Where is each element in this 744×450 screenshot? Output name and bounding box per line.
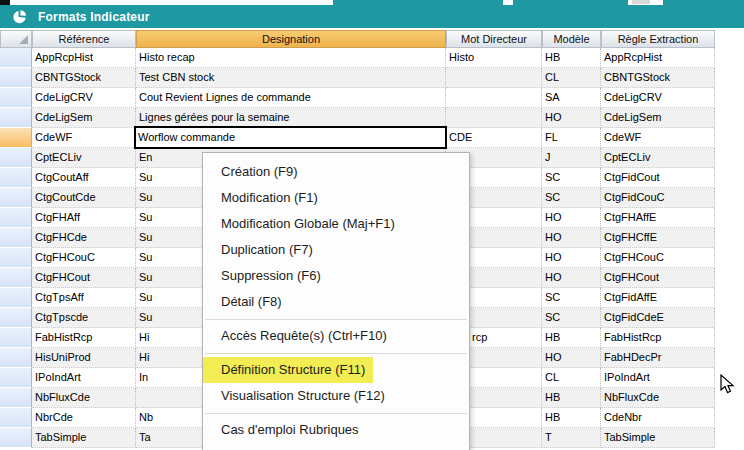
column-header-regle-extraction[interactable]: Règle Extraction (601, 30, 715, 48)
column-header-modele[interactable]: Modèle (542, 30, 601, 48)
row-selector[interactable] (0, 328, 32, 348)
cell-ref[interactable]: CtgTpsAff (32, 288, 136, 308)
row-selector[interactable] (0, 428, 32, 448)
menu-item[interactable]: Modification Globale (Maj+F1) (203, 211, 469, 237)
cell-designation[interactable]: Cout Revient Lignes de commande (136, 88, 446, 108)
menu-item[interactable]: Définition Structure (F11) (203, 357, 469, 383)
row-selector[interactable] (0, 268, 32, 288)
column-header-designation[interactable]: Designation (136, 30, 446, 48)
menu-item[interactable]: Détail (F8) (203, 289, 469, 315)
row-selector[interactable] (0, 108, 32, 128)
cell-mot[interactable]: CDE (446, 128, 542, 148)
cell-ref[interactable]: AppRcpHist (32, 48, 136, 68)
cell-regle[interactable]: CtgFidCdeE (601, 308, 715, 328)
cell-regle[interactable]: CtgFHAffE (601, 208, 715, 228)
cell-modele[interactable]: T (542, 428, 601, 448)
cell-modele[interactable]: SC (542, 168, 601, 188)
cell-ref[interactable]: CdeLigCRV (32, 88, 136, 108)
row-selector[interactable] (0, 88, 32, 108)
cell-regle[interactable]: FabHDecPr (601, 348, 715, 368)
cell-ref[interactable]: FabHistRcp (32, 328, 136, 348)
table-row[interactable]: AppRcpHistHisto recapHistoHBAppRcpHist (0, 48, 715, 68)
active-cell-editor[interactable]: Worflow commande (134, 126, 447, 149)
menu-item[interactable]: Visualisation Structure (F12) (203, 383, 469, 409)
cell-regle[interactable]: IPoIndArt (601, 368, 715, 388)
row-selector[interactable] (0, 348, 32, 368)
cell-modele[interactable]: J (542, 148, 601, 168)
cell-regle[interactable]: CtgFHCouC (601, 248, 715, 268)
menu-item[interactable]: Modification (F1) (203, 185, 469, 211)
cell-modele[interactable]: HB (542, 388, 601, 408)
cell-modele[interactable]: SC (542, 188, 601, 208)
menu-item[interactable]: Accès Requête(s) (Ctrl+F10) (203, 323, 469, 349)
cell-ref[interactable]: CtgFHCouC (32, 248, 136, 268)
row-selector[interactable] (0, 228, 32, 248)
cell-modele[interactable]: CL (542, 68, 601, 88)
cell-designation[interactable]: Histo recap (136, 48, 446, 68)
cell-ref[interactable]: CBNTGStock (32, 68, 136, 88)
row-selector[interactable] (0, 148, 32, 168)
cell-ref[interactable]: IPoIndArt (32, 368, 136, 388)
cell-designation[interactable]: Test CBN stock (136, 68, 446, 88)
cell-ref[interactable]: NbFluxCde (32, 388, 136, 408)
column-header-mot-directeur[interactable]: Mot Directeur (446, 30, 542, 48)
cell-regle[interactable]: TabSimple (601, 428, 715, 448)
cell-regle[interactable]: CdeNbr (601, 408, 715, 428)
select-all-corner[interactable] (0, 30, 32, 48)
cell-regle[interactable]: FabHistRcp (601, 328, 715, 348)
cell-modele[interactable]: SC (542, 308, 601, 328)
table-row[interactable]: CBNTGStockTest CBN stockCLCBNTGStock (0, 68, 715, 88)
cell-regle[interactable]: NbFluxCde (601, 388, 715, 408)
cell-ref[interactable]: CtgFHAff (32, 208, 136, 228)
cell-regle[interactable]: CtgFidCout (601, 168, 715, 188)
cell-modele[interactable]: HB (542, 48, 601, 68)
row-selector[interactable] (0, 248, 32, 268)
menu-item[interactable]: Cas d'emploi Rubriques (203, 417, 469, 443)
cell-modele[interactable]: HO (542, 228, 601, 248)
cell-modele[interactable]: HB (542, 328, 601, 348)
row-selector[interactable] (0, 128, 32, 148)
cell-regle[interactable]: CtgFidAffE (601, 288, 715, 308)
table-row[interactable]: CdeLigSemLignes gérées pour la semaineHO… (0, 108, 715, 128)
cell-regle[interactable]: CdeLigSem (601, 108, 715, 128)
cell-modele[interactable]: HO (542, 108, 601, 128)
row-selector[interactable] (0, 68, 32, 88)
row-selector[interactable] (0, 368, 32, 388)
menu-item[interactable]: Suppression (F6) (203, 263, 469, 289)
cell-regle[interactable]: CtgFidCouC (601, 188, 715, 208)
cell-ref[interactable]: CtgCoutCde (32, 188, 136, 208)
cell-designation[interactable]: Lignes gérées pour la semaine (136, 108, 446, 128)
cell-ref[interactable]: CdeLigSem (32, 108, 136, 128)
cell-mot[interactable] (446, 108, 542, 128)
menu-item[interactable]: Création (F9) (203, 159, 469, 185)
cell-regle[interactable]: CptECLiv (601, 148, 715, 168)
cell-ref[interactable]: CptECLiv (32, 148, 136, 168)
cell-modele[interactable]: HO (542, 348, 601, 368)
cell-modele[interactable]: HO (542, 268, 601, 288)
cell-mot[interactable] (446, 88, 542, 108)
cell-mot[interactable]: Histo (446, 48, 542, 68)
row-selector[interactable] (0, 308, 32, 328)
row-selector[interactable] (0, 168, 32, 188)
column-header-reference[interactable]: Référence (32, 30, 136, 48)
cell-modele[interactable]: HO (542, 248, 601, 268)
cell-ref[interactable]: CtgTpscde (32, 308, 136, 328)
cell-ref[interactable]: NbrCde (32, 408, 136, 428)
cell-regle[interactable]: AppRcpHist (601, 48, 715, 68)
cell-modele[interactable]: FL (542, 128, 601, 148)
cell-ref[interactable]: CtgFHCde (32, 228, 136, 248)
row-selector[interactable] (0, 388, 32, 408)
cell-regle[interactable]: CtgFHCout (601, 268, 715, 288)
menu-item[interactable]: Duplication (F7) (203, 237, 469, 263)
cell-modele[interactable]: HO (542, 208, 601, 228)
cell-regle[interactable]: CtgFHCffE (601, 228, 715, 248)
row-selector[interactable] (0, 48, 32, 68)
cell-mot[interactable] (446, 68, 542, 88)
cell-regle[interactable]: CdeLigCRV (601, 88, 715, 108)
cell-ref[interactable]: TabSimple (32, 428, 136, 448)
row-selector[interactable] (0, 208, 32, 228)
cell-ref[interactable]: CtgFHCout (32, 268, 136, 288)
table-row[interactable]: CdeLigCRVCout Revient Lignes de commande… (0, 88, 715, 108)
cell-modele[interactable]: CL (542, 368, 601, 388)
cell-ref[interactable]: HisUniProd (32, 348, 136, 368)
